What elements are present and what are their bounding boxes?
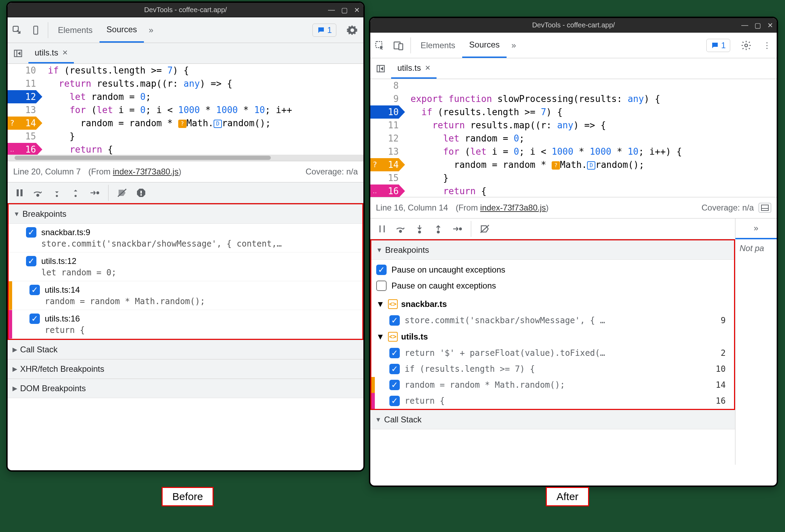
svg-point-7 bbox=[75, 195, 77, 197]
tab-elements[interactable]: Elements bbox=[414, 33, 462, 58]
device-icon[interactable] bbox=[389, 40, 408, 51]
breakpoint-item[interactable]: ✓return '$' + parseFloat(value).toFixed(… bbox=[371, 345, 734, 361]
breakpoint-item[interactable]: ✓utils.ts:14 random = random * Math.rand… bbox=[9, 281, 362, 310]
checkbox[interactable]: ✓ bbox=[376, 265, 387, 275]
not-paused-label: Not pa bbox=[735, 239, 777, 257]
more-tabs-icon[interactable]: » bbox=[507, 41, 521, 50]
inspect-icon[interactable] bbox=[370, 40, 389, 51]
close-window-icon[interactable]: ✕ bbox=[354, 6, 360, 14]
checkbox[interactable] bbox=[376, 281, 387, 291]
breakpoint-item[interactable]: ✓utils.ts:16 return { bbox=[9, 310, 362, 339]
pause-exceptions-icon[interactable] bbox=[133, 185, 149, 200]
bp-checkbox[interactable]: ✓ bbox=[389, 396, 400, 406]
horizontal-scrollbar[interactable] bbox=[8, 155, 363, 161]
pause-icon[interactable] bbox=[374, 221, 390, 237]
more-tabs-icon[interactable]: » bbox=[144, 25, 158, 35]
step-icon[interactable] bbox=[87, 185, 102, 200]
svg-rect-10 bbox=[140, 194, 142, 196]
source-map-from: (From index-73f73a80.js) bbox=[88, 167, 181, 177]
step-out-icon[interactable] bbox=[431, 221, 446, 237]
main-toolbar: Elements Sources » 1 bbox=[8, 17, 363, 43]
bp-group-header[interactable]: ▼<>snackbar.ts bbox=[371, 296, 734, 312]
breakpoints-header[interactable]: ▼Breakpoints bbox=[371, 240, 734, 260]
code-editor[interactable]: 8 9 10 11 12 13 14 ? 15 16 ‥ export func… bbox=[370, 79, 777, 197]
bp-checkbox[interactable]: ✓ bbox=[389, 315, 400, 326]
debugger-toolbar bbox=[370, 218, 735, 239]
more-panes-icon[interactable]: » bbox=[735, 218, 777, 239]
close-icon[interactable]: × bbox=[425, 62, 430, 73]
bp-checkbox[interactable]: ✓ bbox=[389, 380, 400, 390]
debugger-toolbar bbox=[8, 182, 363, 203]
cursor-position: Line 16, Column 14 bbox=[376, 203, 448, 213]
maximize-icon[interactable]: ▢ bbox=[341, 6, 348, 14]
device-icon[interactable] bbox=[26, 25, 45, 35]
step-over-icon[interactable] bbox=[31, 185, 46, 200]
navigator-toggle-icon[interactable] bbox=[370, 64, 391, 74]
gear-icon[interactable] bbox=[735, 40, 757, 51]
step-out-icon[interactable] bbox=[68, 185, 83, 200]
gear-icon[interactable] bbox=[341, 25, 363, 36]
dom-bp-header[interactable]: ▶DOM Breakpoints bbox=[8, 379, 363, 398]
callstack-header[interactable]: ▶Call Stack bbox=[8, 340, 363, 359]
bp-checkbox[interactable]: ✓ bbox=[29, 314, 40, 324]
file-icon: <> bbox=[388, 332, 398, 342]
svg-point-5 bbox=[37, 194, 39, 196]
bp-checkbox[interactable]: ✓ bbox=[389, 348, 400, 358]
minimize-icon[interactable]: — bbox=[328, 6, 335, 14]
close-icon[interactable]: × bbox=[62, 47, 68, 58]
pause-uncaught-row[interactable]: ✓Pause on uncaught exceptions bbox=[376, 262, 729, 278]
minimize-icon[interactable]: — bbox=[741, 21, 748, 29]
bp-group-header[interactable]: ▼<>utils.ts bbox=[371, 328, 734, 345]
deactivate-bp-icon[interactable] bbox=[477, 221, 493, 237]
code-content: export function slowProcessing(results: … bbox=[411, 79, 777, 197]
bp-checkbox[interactable]: ✓ bbox=[29, 285, 40, 295]
pause-caught-row[interactable]: Pause on caught exceptions bbox=[376, 278, 729, 294]
inspect-icon[interactable] bbox=[8, 25, 26, 35]
bp-checkbox[interactable]: ✓ bbox=[26, 256, 36, 266]
devtools-window-after: DevTools - coffee-cart.app/ — ▢ ✕ Elemen… bbox=[369, 17, 778, 487]
svg-rect-1 bbox=[34, 26, 38, 34]
tab-elements[interactable]: Elements bbox=[51, 17, 100, 43]
step-over-icon[interactable] bbox=[393, 221, 408, 237]
messages-button[interactable]: 1 bbox=[312, 24, 336, 37]
svg-rect-3 bbox=[17, 189, 19, 196]
step-into-icon[interactable] bbox=[49, 185, 64, 200]
sourcemap-link[interactable]: index-73f73a80.js bbox=[113, 167, 178, 176]
bp-checkbox[interactable]: ✓ bbox=[389, 364, 400, 374]
coverage-status: Coverage: n/a bbox=[701, 203, 754, 213]
coverage-status: Coverage: n/a bbox=[305, 167, 358, 177]
logpoint-flag[interactable]: ‥ bbox=[370, 185, 379, 197]
file-tab-utils[interactable]: utils.ts × bbox=[28, 43, 74, 63]
file-tab-utils[interactable]: utils.ts × bbox=[391, 58, 437, 79]
tab-sources[interactable]: Sources bbox=[462, 33, 507, 58]
navigator-toggle-icon[interactable] bbox=[8, 49, 28, 58]
titlebar: DevTools - coffee-cart.app/ — ▢ ✕ bbox=[8, 3, 363, 17]
code-editor[interactable]: 10 11 12 13 14 ? 15 16 ‥ if (results.len… bbox=[8, 64, 363, 161]
bp-checkbox[interactable]: ✓ bbox=[26, 227, 36, 238]
breakpoint-item[interactable]: ✓random = random * Math.random();14 bbox=[371, 377, 734, 393]
messages-button[interactable]: 1 bbox=[706, 39, 730, 52]
xhr-bp-header[interactable]: ▶XHR/fetch Breakpoints bbox=[8, 359, 363, 379]
pause-icon[interactable] bbox=[12, 185, 27, 200]
close-window-icon[interactable]: ✕ bbox=[767, 21, 773, 29]
conditional-bp-flag[interactable]: ? bbox=[8, 117, 17, 130]
conditional-bp-flag[interactable]: ? bbox=[370, 158, 379, 171]
breakpoint-item[interactable]: ✓store.commit('snackbar/showMessage', { … bbox=[371, 312, 734, 328]
breakpoints-header[interactable]: ▼Breakpoints bbox=[9, 204, 362, 224]
step-icon[interactable] bbox=[449, 221, 465, 237]
maximize-icon[interactable]: ▢ bbox=[754, 21, 761, 29]
sourcemap-link[interactable]: index-73f73a80.js bbox=[480, 203, 546, 212]
logpoint-flag[interactable]: ‥ bbox=[8, 143, 17, 156]
tab-sources[interactable]: Sources bbox=[100, 17, 144, 43]
window-title: DevTools - coffee-cart.app/ bbox=[144, 6, 227, 14]
right-sidebar: » Not pa bbox=[735, 218, 777, 465]
breakpoint-item[interactable]: ✓return {16 bbox=[371, 393, 734, 409]
breakpoint-item[interactable]: ✓if (results.length >= 7) {10 bbox=[371, 361, 734, 377]
breakpoint-item[interactable]: ✓snackbar.ts:9 store.commit('snackbar/sh… bbox=[9, 224, 362, 252]
kebab-menu-icon[interactable]: ⋮ bbox=[757, 41, 777, 50]
breakpoint-item[interactable]: ✓utils.ts:12 let random = 0; bbox=[9, 252, 362, 281]
step-into-icon[interactable] bbox=[412, 221, 427, 237]
bottom-drawer-icon[interactable] bbox=[759, 203, 771, 213]
deactivate-bp-icon[interactable] bbox=[115, 185, 130, 200]
callstack-header[interactable]: ▼Call Stack bbox=[370, 410, 735, 429]
